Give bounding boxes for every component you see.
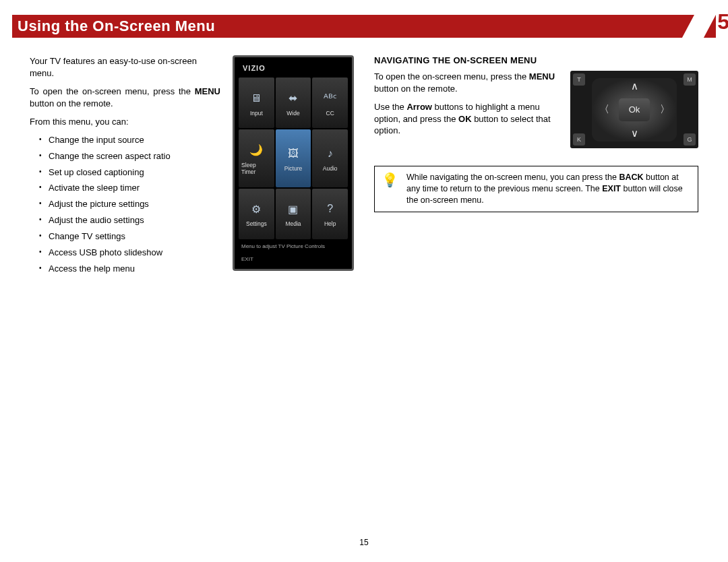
tv-cell-icon: ⬌ [284,90,302,107]
tv-menu-cell: ᴬᴮᶜCC [312,77,348,128]
list-item: Adjust the picture settings [39,199,220,210]
tv-cell-label: Picture [284,165,302,172]
tv-menu-cell: ?Help [312,189,348,239]
tip-box: 💡 While navigating the on-screen menu, y… [374,166,698,212]
tv-cell-label: Settings [246,220,267,227]
tv-menu-cell: 🌙Sleep Timer [239,129,274,187]
tv-cell-icon: ᴬᴮᶜ [322,90,339,107]
tv-status-text: Menu to adjust TV Picture Controls [239,239,348,253]
tv-cell-icon: 🖥 [247,90,265,107]
arrow-left-icon: 〈 [596,102,612,118]
list-item: Activate the sleep timer [39,183,220,194]
tv-cell-icon: ? [322,200,339,218]
section-heading: NAVIGATING THE ON-SCREEN MENU [374,55,698,65]
lightbulb-icon: 💡 [382,172,398,188]
tv-logo: VIZIO [239,61,348,77]
tv-menu-cell: ▣Media [276,189,311,239]
remote-corner: G [684,133,696,146]
tv-cell-label: CC [326,110,334,117]
list-item: Access USB photo slideshow [39,247,220,259]
arrow-up-icon: ∧ [626,78,642,94]
chapter-header: Using the On-Screen Menu [12,15,716,38]
tv-cell-label: Help [324,220,336,227]
tv-cell-icon: 🖼 [284,145,302,162]
chapter-title: Using the On-Screen Menu [12,18,215,35]
tv-cell-label: Audio [323,165,338,172]
tv-cell-label: Media [285,220,301,227]
list-item: Set up closed captioning [39,167,220,179]
tv-menu-cell: 🖼Picture [276,129,311,187]
arrow-down-icon: ∨ [626,125,642,142]
remote-image: T M K G ∧ ∨ 〈 〉 Ok [570,71,698,148]
intro-paragraph-2: To open the on-screen menu, press the ME… [30,86,220,109]
tv-cell-icon: ▣ [284,200,302,218]
ok-button: Ok [619,98,650,121]
nav-paragraph-2: Use the Arrow buttons to highlight a men… [374,101,561,137]
tv-menu-screenshot: VIZIO 🖥Input⬌WideᴬᴮᶜCC🌙Sleep Timer🖼Pictu… [233,55,354,271]
remote-corner: K [573,133,585,146]
tv-exit-label: EXIT [239,253,348,265]
list-item: Change the input source [39,135,220,146]
intro-paragraph-3: From this menu, you can: [30,116,220,128]
chapter-number: 5 [717,9,728,34]
tv-cell-icon: ⚙ [247,200,265,218]
capabilities-list: Change the input source Change the scree… [30,135,220,275]
tv-menu-cell: ⚙Settings [239,189,274,239]
list-item: Change TV settings [39,231,220,243]
remote-corner: T [573,73,585,86]
tv-cell-label: Sleep Timer [241,162,272,175]
tv-cell-label: Input [250,110,263,117]
tv-menu-cell: ⬌Wide [276,77,311,128]
page-number: 15 [0,538,728,547]
tv-menu-cell: 🖥Input [239,77,274,128]
tv-menu-cell: ♪Audio [312,129,348,187]
tip-text: While navigating the on-screen menu, you… [406,172,691,206]
tv-cell-icon: ♪ [322,145,339,162]
list-item: Change the screen aspect ratio [39,151,220,162]
list-item: Adjust the audio settings [39,215,220,226]
tv-cell-label: Wide [286,110,299,117]
nav-paragraph-1: To open the on-screen menu, press the ME… [374,71,561,94]
arrow-right-icon: 〉 [657,102,673,118]
remote-corner: M [684,73,696,86]
tv-cell-icon: 🌙 [247,142,265,159]
intro-paragraph-1: Your TV features an easy-to-use on-scree… [30,55,220,79]
list-item: Access the help menu [39,263,220,275]
